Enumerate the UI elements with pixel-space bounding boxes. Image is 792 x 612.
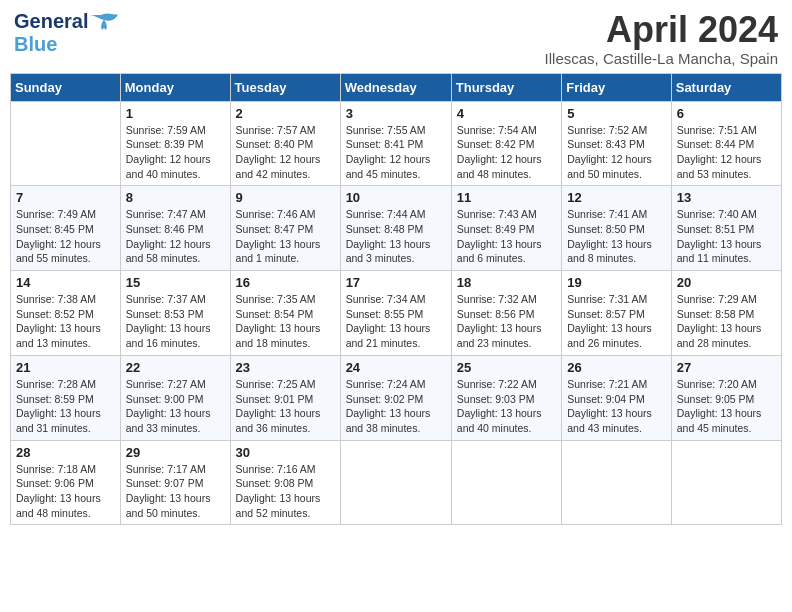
sunset-text: Sunset: 8:56 PM <box>457 307 556 322</box>
sunrise-text: Sunrise: 7:40 AM <box>677 207 776 222</box>
sunrise-text: Sunrise: 7:24 AM <box>346 377 446 392</box>
daylight-text: Daylight: 13 hours and 40 minutes. <box>457 406 556 435</box>
sunset-text: Sunset: 8:46 PM <box>126 222 225 237</box>
calendar-cell: 30Sunrise: 7:16 AMSunset: 9:08 PMDayligh… <box>230 440 340 525</box>
daylight-text: Daylight: 12 hours and 58 minutes. <box>126 237 225 266</box>
sunrise-text: Sunrise: 7:21 AM <box>567 377 666 392</box>
day-info: Sunrise: 7:17 AMSunset: 9:07 PMDaylight:… <box>126 462 225 521</box>
sunset-text: Sunset: 9:06 PM <box>16 476 115 491</box>
calendar-cell: 20Sunrise: 7:29 AMSunset: 8:58 PMDayligh… <box>671 271 781 356</box>
col-header-tuesday: Tuesday <box>230 73 340 101</box>
day-info: Sunrise: 7:18 AMSunset: 9:06 PMDaylight:… <box>16 462 115 521</box>
sunset-text: Sunset: 8:47 PM <box>236 222 335 237</box>
day-info: Sunrise: 7:54 AMSunset: 8:42 PMDaylight:… <box>457 123 556 182</box>
sunrise-text: Sunrise: 7:37 AM <box>126 292 225 307</box>
sunrise-text: Sunrise: 7:41 AM <box>567 207 666 222</box>
day-info: Sunrise: 7:51 AMSunset: 8:44 PMDaylight:… <box>677 123 776 182</box>
day-info: Sunrise: 7:52 AMSunset: 8:43 PMDaylight:… <box>567 123 666 182</box>
sunrise-text: Sunrise: 7:55 AM <box>346 123 446 138</box>
sunset-text: Sunset: 9:05 PM <box>677 392 776 407</box>
day-number: 17 <box>346 275 446 290</box>
sunset-text: Sunset: 8:45 PM <box>16 222 115 237</box>
sunrise-text: Sunrise: 7:25 AM <box>236 377 335 392</box>
daylight-text: Daylight: 12 hours and 53 minutes. <box>677 152 776 181</box>
logo-text-blue: Blue <box>14 33 57 56</box>
day-number: 4 <box>457 106 556 121</box>
calendar-cell <box>340 440 451 525</box>
day-number: 9 <box>236 190 335 205</box>
week-row-1: 1Sunrise: 7:59 AMSunset: 8:39 PMDaylight… <box>11 101 782 186</box>
sunset-text: Sunset: 9:08 PM <box>236 476 335 491</box>
day-number: 23 <box>236 360 335 375</box>
day-info: Sunrise: 7:29 AMSunset: 8:58 PMDaylight:… <box>677 292 776 351</box>
day-info: Sunrise: 7:28 AMSunset: 8:59 PMDaylight:… <box>16 377 115 436</box>
week-row-3: 14Sunrise: 7:38 AMSunset: 8:52 PMDayligh… <box>11 271 782 356</box>
day-number: 14 <box>16 275 115 290</box>
page-header: General Blue April 2024 Illescas, Castil… <box>10 10 782 67</box>
calendar-cell <box>671 440 781 525</box>
daylight-text: Daylight: 12 hours and 50 minutes. <box>567 152 666 181</box>
calendar-cell: 15Sunrise: 7:37 AMSunset: 8:53 PMDayligh… <box>120 271 230 356</box>
sunrise-text: Sunrise: 7:18 AM <box>16 462 115 477</box>
calendar-cell: 21Sunrise: 7:28 AMSunset: 8:59 PMDayligh… <box>11 355 121 440</box>
daylight-text: Daylight: 12 hours and 55 minutes. <box>16 237 115 266</box>
day-info: Sunrise: 7:46 AMSunset: 8:47 PMDaylight:… <box>236 207 335 266</box>
daylight-text: Daylight: 13 hours and 3 minutes. <box>346 237 446 266</box>
sunset-text: Sunset: 8:58 PM <box>677 307 776 322</box>
calendar-cell: 8Sunrise: 7:47 AMSunset: 8:46 PMDaylight… <box>120 186 230 271</box>
sunrise-text: Sunrise: 7:49 AM <box>16 207 115 222</box>
calendar-cell: 19Sunrise: 7:31 AMSunset: 8:57 PMDayligh… <box>562 271 672 356</box>
calendar-cell: 22Sunrise: 7:27 AMSunset: 9:00 PMDayligh… <box>120 355 230 440</box>
sunrise-text: Sunrise: 7:38 AM <box>16 292 115 307</box>
day-number: 16 <box>236 275 335 290</box>
day-info: Sunrise: 7:40 AMSunset: 8:51 PMDaylight:… <box>677 207 776 266</box>
sunset-text: Sunset: 8:41 PM <box>346 137 446 152</box>
day-number: 20 <box>677 275 776 290</box>
sunset-text: Sunset: 8:39 PM <box>126 137 225 152</box>
day-number: 19 <box>567 275 666 290</box>
daylight-text: Daylight: 13 hours and 38 minutes. <box>346 406 446 435</box>
calendar-cell: 2Sunrise: 7:57 AMSunset: 8:40 PMDaylight… <box>230 101 340 186</box>
day-info: Sunrise: 7:25 AMSunset: 9:01 PMDaylight:… <box>236 377 335 436</box>
sunrise-text: Sunrise: 7:51 AM <box>677 123 776 138</box>
calendar-cell <box>451 440 561 525</box>
day-number: 28 <box>16 445 115 460</box>
day-number: 12 <box>567 190 666 205</box>
sunset-text: Sunset: 9:02 PM <box>346 392 446 407</box>
daylight-text: Daylight: 12 hours and 40 minutes. <box>126 152 225 181</box>
daylight-text: Daylight: 13 hours and 13 minutes. <box>16 321 115 350</box>
sunrise-text: Sunrise: 7:52 AM <box>567 123 666 138</box>
day-number: 25 <box>457 360 556 375</box>
logo-bird-icon <box>90 12 118 32</box>
day-number: 11 <box>457 190 556 205</box>
week-row-5: 28Sunrise: 7:18 AMSunset: 9:06 PMDayligh… <box>11 440 782 525</box>
day-info: Sunrise: 7:31 AMSunset: 8:57 PMDaylight:… <box>567 292 666 351</box>
day-number: 24 <box>346 360 446 375</box>
sunset-text: Sunset: 9:07 PM <box>126 476 225 491</box>
sunrise-text: Sunrise: 7:20 AM <box>677 377 776 392</box>
day-info: Sunrise: 7:57 AMSunset: 8:40 PMDaylight:… <box>236 123 335 182</box>
calendar-cell: 3Sunrise: 7:55 AMSunset: 8:41 PMDaylight… <box>340 101 451 186</box>
calendar-cell: 1Sunrise: 7:59 AMSunset: 8:39 PMDaylight… <box>120 101 230 186</box>
sunset-text: Sunset: 9:00 PM <box>126 392 225 407</box>
col-header-saturday: Saturday <box>671 73 781 101</box>
sunset-text: Sunset: 8:43 PM <box>567 137 666 152</box>
calendar-cell: 17Sunrise: 7:34 AMSunset: 8:55 PMDayligh… <box>340 271 451 356</box>
daylight-text: Daylight: 13 hours and 18 minutes. <box>236 321 335 350</box>
calendar-cell: 12Sunrise: 7:41 AMSunset: 8:50 PMDayligh… <box>562 186 672 271</box>
daylight-text: Daylight: 13 hours and 16 minutes. <box>126 321 225 350</box>
calendar-cell <box>562 440 672 525</box>
sunset-text: Sunset: 8:49 PM <box>457 222 556 237</box>
daylight-text: Daylight: 13 hours and 1 minute. <box>236 237 335 266</box>
daylight-text: Daylight: 13 hours and 26 minutes. <box>567 321 666 350</box>
day-info: Sunrise: 7:44 AMSunset: 8:48 PMDaylight:… <box>346 207 446 266</box>
calendar-title: April 2024 <box>545 10 778 50</box>
calendar-table: SundayMondayTuesdayWednesdayThursdayFrid… <box>10 73 782 526</box>
day-number: 29 <box>126 445 225 460</box>
calendar-cell: 27Sunrise: 7:20 AMSunset: 9:05 PMDayligh… <box>671 355 781 440</box>
day-number: 18 <box>457 275 556 290</box>
sunrise-text: Sunrise: 7:46 AM <box>236 207 335 222</box>
day-number: 10 <box>346 190 446 205</box>
day-number: 30 <box>236 445 335 460</box>
calendar-cell: 29Sunrise: 7:17 AMSunset: 9:07 PMDayligh… <box>120 440 230 525</box>
